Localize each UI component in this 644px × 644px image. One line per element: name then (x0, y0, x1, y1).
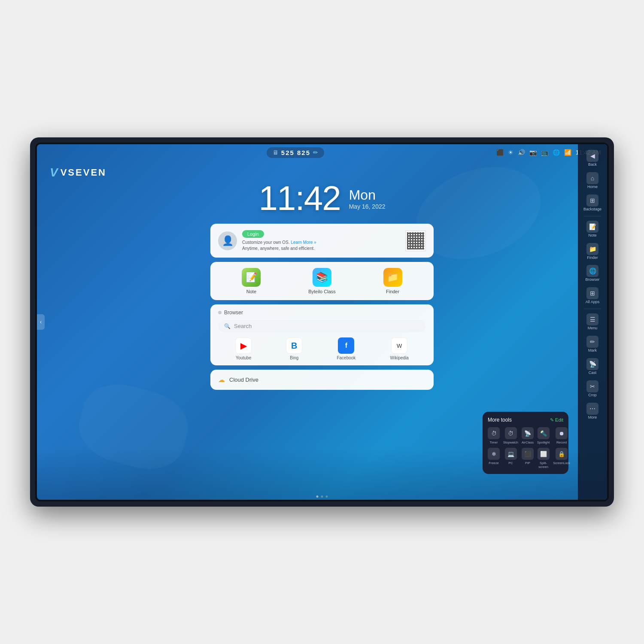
browser-card: Browser 🔍 Search ▶ Youtube B Bing (210, 304, 434, 365)
note-sidebar-label: Note (588, 234, 596, 238)
logo-text: VSEVEN (61, 167, 106, 178)
screen: 🖥 525 825 ✏ ⬛ ☀ 🔊 📷 📺 🌐 📶 11:42 AM V (37, 144, 607, 500)
status-bar: 🖥 525 825 ✏ ⬛ ☀ 🔊 📷 📺 🌐 📶 11:42 AM (37, 144, 607, 161)
sidebar-item-more[interactable]: ⋯ More (580, 401, 605, 422)
wikipedia-label: Wikipedia (390, 355, 409, 360)
menu-icon: ☰ (586, 313, 598, 325)
learn-more-link[interactable]: Learn More » (291, 240, 316, 245)
monitor: 🖥 525 825 ✏ ⬛ ☀ 🔊 📷 📺 🌐 📶 11:42 AM V (30, 137, 614, 507)
login-button[interactable]: Login (242, 230, 264, 238)
user-avatar: 👤 (218, 231, 237, 250)
screenlock-icon: 🔒 (556, 448, 568, 460)
search-icon: 🔍 (224, 323, 231, 329)
display-icon: 📺 (541, 149, 548, 156)
camera-icon: 📷 (529, 149, 537, 156)
back-label: Back (588, 163, 597, 167)
sidebar-item-home[interactable]: ⌂ Home (580, 170, 605, 191)
sidebar-item-backstage[interactable]: ⊞ Backstage (580, 192, 605, 214)
sidebar-item-finder[interactable]: 📁 Finder (580, 241, 605, 262)
more-tools-edit-button[interactable]: ✎ Edit (550, 417, 563, 423)
login-card: 👤 Login Customize your own OS. Learn Mor… (210, 224, 434, 258)
youtube-label: Youtube (236, 355, 251, 360)
dot-1 (316, 495, 319, 498)
more-label: More (588, 416, 597, 420)
qr-code (405, 231, 426, 251)
freeze-label: Freeze (489, 461, 498, 465)
airclass-label: AirClass (522, 440, 534, 444)
browser-title: Browser (224, 310, 243, 316)
cast-label: Cast (589, 371, 597, 375)
bg-decoration-2 (72, 376, 195, 478)
search-bar[interactable]: 🔍 Search (218, 320, 426, 332)
app-bing[interactable]: B Bing (286, 337, 302, 360)
room-icon: 🖥 (273, 149, 279, 156)
tool-stopwatch[interactable]: ⏱ Stopwatch (503, 427, 518, 444)
tool-freeze[interactable]: ❄ Freeze (488, 448, 500, 469)
browser-apps: ▶ Youtube B Bing f Facebook W (218, 337, 426, 360)
app-youtube[interactable]: ▶ Youtube (235, 337, 252, 360)
back-icon: ◀ (586, 150, 598, 162)
split-screen-icon: ⬜ (538, 448, 550, 460)
sidebar-item-browser[interactable]: 🌐 Browser (580, 263, 605, 284)
split-screen-label: Split-screen (537, 461, 550, 469)
tool-timer[interactable]: ⏱ Timer (488, 427, 500, 444)
app-byteilo[interactable]: 📚 Byteilo Class (308, 268, 336, 294)
logo-v: V (50, 166, 58, 179)
more-tools-title: More tools (488, 417, 512, 423)
more-tools-header: More tools ✎ Edit (488, 417, 563, 423)
finder-sidebar-icon: 📁 (586, 243, 598, 255)
freeze-icon: ❄ (488, 448, 500, 460)
dot-3 (326, 495, 328, 498)
screenlock-label: ScreenLock (553, 461, 570, 465)
app-finder[interactable]: 📁 Finder (383, 268, 402, 294)
wifi-icon: 📶 (564, 149, 571, 156)
tool-record[interactable]: ⏺ Record (553, 427, 570, 444)
sidebar-item-cast[interactable]: 📡 Cast (580, 356, 605, 377)
spotlight-label: Spotlight (537, 440, 550, 444)
more-tools-panel: More tools ✎ Edit ⏱ Timer ⏱ Stopwatch 📡 … (483, 412, 568, 474)
finder-label: Finder (386, 289, 399, 294)
cloud-drive-card[interactable]: ☁ Cloud Drive (210, 370, 434, 390)
volume-icon[interactable]: 🔊 (518, 149, 525, 156)
sidebar-item-all-apps[interactable]: ⊞ All Apps (580, 285, 605, 307)
crop-icon: ✂ (586, 380, 598, 392)
room-number: 525 825 (281, 149, 310, 156)
brightness-icon[interactable]: ☀ (508, 149, 513, 156)
spotlight-icon: 🔦 (538, 427, 550, 439)
tool-spotlight[interactable]: 🔦 Spotlight (537, 427, 550, 444)
left-arrow-button[interactable]: ‹ (37, 314, 45, 330)
widgets-area: 👤 Login Customize your own OS. Learn Mor… (210, 224, 434, 390)
dot-2 (321, 495, 323, 498)
monitor-bezel: 🖥 525 825 ✏ ⬛ ☀ 🔊 📷 📺 🌐 📶 11:42 AM V (35, 143, 609, 501)
login-description: Customize your own OS. Learn More » Anyt… (242, 240, 400, 252)
bing-icon: B (286, 337, 302, 354)
youtube-icon: ▶ (235, 337, 252, 354)
cast-icon: 📡 (586, 358, 598, 370)
clock-fulldate: May 16, 2022 (349, 203, 386, 210)
app-facebook[interactable]: f Facebook (337, 337, 355, 360)
tools-grid: ⏱ Timer ⏱ Stopwatch 📡 AirClass 🔦 Spotlig… (488, 427, 563, 469)
sidebar-item-back[interactable]: ◀ Back (580, 148, 605, 169)
tool-split-screen[interactable]: ⬜ Split-screen (537, 448, 550, 469)
timer-label: Timer (490, 440, 498, 444)
qr-pattern (407, 232, 424, 249)
sidebar-item-menu[interactable]: ☰ Menu (580, 311, 605, 333)
menu-label: Menu (588, 326, 598, 331)
room-code-display[interactable]: 🖥 525 825 ✏ (267, 147, 324, 158)
sidebar-item-note[interactable]: 📝 Note (580, 219, 605, 240)
record-label: Record (556, 440, 567, 444)
sidebar-item-crop[interactable]: ✂ Crop (580, 378, 605, 400)
tool-pip[interactable]: ⬛ PIP (522, 448, 534, 469)
sidebar-item-mark[interactable]: ✏ Mark (580, 334, 605, 355)
app-note[interactable]: 📝 Note (242, 268, 261, 294)
tool-pc[interactable]: 💻 PC (503, 448, 518, 469)
facebook-icon: f (338, 337, 354, 354)
tool-airclass[interactable]: 📡 AirClass (522, 427, 534, 444)
app-wikipedia[interactable]: W Wikipedia (390, 337, 409, 360)
tool-screenlock[interactable]: 🔒 ScreenLock (553, 448, 570, 469)
stopwatch-icon: ⏱ (505, 427, 517, 439)
note-label: Note (246, 289, 256, 294)
byteilo-icon: 📚 (313, 268, 331, 287)
bing-label: Bing (290, 355, 298, 360)
edit-room-button[interactable]: ✏ (313, 149, 318, 156)
